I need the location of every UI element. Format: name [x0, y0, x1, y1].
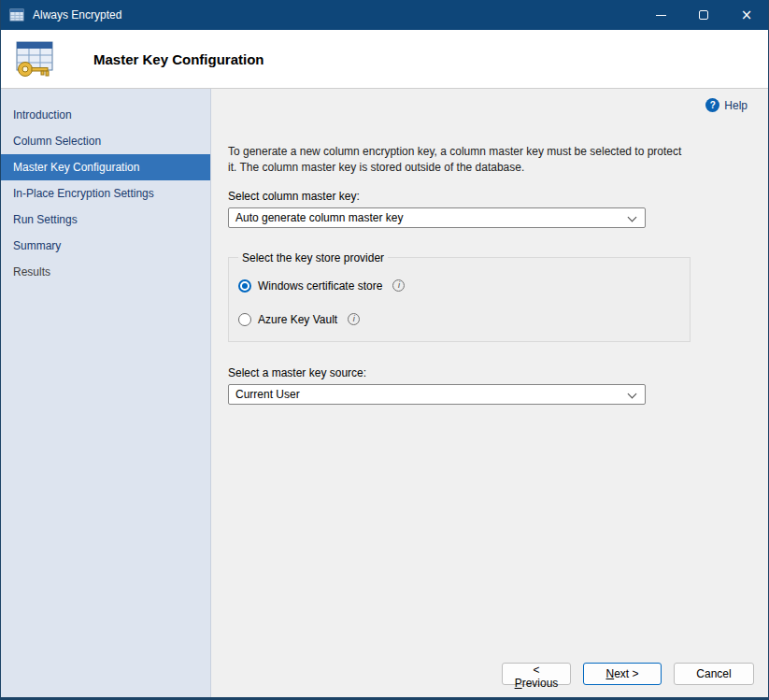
cancel-button[interactable]: Cancel [674, 663, 754, 685]
sidebar-item-results: Results [1, 259, 210, 285]
next-button[interactable]: Next > [583, 663, 662, 685]
window-title: Always Encrypted [33, 8, 121, 21]
radio-row-azure-key-vault[interactable]: Azure Key Vault i [238, 313, 678, 326]
sidebar-item-summary[interactable]: Summary [1, 233, 210, 259]
column-master-key-label: Select column master key: [228, 190, 768, 203]
previous-button[interactable]: < Previous [502, 663, 571, 685]
column-master-key-value: Auto generate column master key [235, 211, 403, 224]
azure-key-vault-label: Azure Key Vault [258, 313, 337, 326]
sidebar: Introduction Column Selection Master Key… [1, 89, 211, 697]
windows-certificate-store-radio[interactable] [238, 279, 251, 293]
minimize-button[interactable] [639, 0, 682, 30]
help-label: Help [724, 99, 748, 112]
sidebar-item-column-selection[interactable]: Column Selection [1, 128, 210, 154]
info-icon[interactable]: i [392, 279, 405, 292]
chevron-down-icon [628, 212, 637, 221]
maximize-button[interactable] [682, 0, 725, 30]
table-key-icon [13, 39, 56, 82]
app-icon [9, 7, 24, 22]
help-link[interactable]: ? Help [705, 98, 748, 112]
intro-text: To generate a new column encryption key,… [228, 144, 748, 176]
titlebar: Always Encrypted × [1, 0, 768, 30]
sidebar-item-master-key-configuration[interactable]: Master Key Configuration [1, 154, 210, 180]
footer-buttons: < Previous Next > Cancel [228, 663, 768, 697]
close-icon: × [741, 8, 753, 22]
windows-certificate-store-label: Windows certificate store [258, 279, 382, 293]
column-master-key-select[interactable]: Auto generate column master key [228, 207, 646, 228]
radio-row-windows-certificate-store[interactable]: Windows certificate store i [238, 279, 678, 293]
sidebar-item-run-settings[interactable]: Run Settings [1, 207, 210, 233]
always-encrypted-window: Always Encrypted × Master Key Con [0, 0, 769, 700]
wizard-body: Introduction Column Selection Master Key… [1, 89, 768, 697]
maximize-icon [699, 10, 708, 20]
help-icon: ? [705, 98, 719, 112]
key-store-provider-group-label: Select the key store provider [238, 251, 388, 264]
window-controls: × [639, 0, 768, 30]
sidebar-item-introduction[interactable]: Introduction [1, 102, 210, 128]
master-key-source-label: Select a master key source: [228, 366, 768, 379]
main-content: ? Help To generate a new column encrypti… [211, 89, 768, 697]
info-icon[interactable]: i [348, 313, 360, 325]
sidebar-item-in-place-encryption-settings[interactable]: In-Place Encryption Settings [1, 180, 210, 207]
master-key-source-select[interactable]: Current User [228, 384, 646, 405]
minimize-icon [656, 15, 666, 16]
close-button[interactable]: × [725, 0, 768, 30]
chevron-down-icon [628, 389, 637, 398]
wizard-header: Master Key Configuration [1, 30, 768, 89]
azure-key-vault-radio[interactable] [238, 313, 251, 326]
key-store-provider-group: Select the key store provider Windows ce… [228, 251, 691, 342]
master-key-source-value: Current User [235, 388, 300, 401]
page-title: Master Key Configuration [93, 51, 264, 67]
